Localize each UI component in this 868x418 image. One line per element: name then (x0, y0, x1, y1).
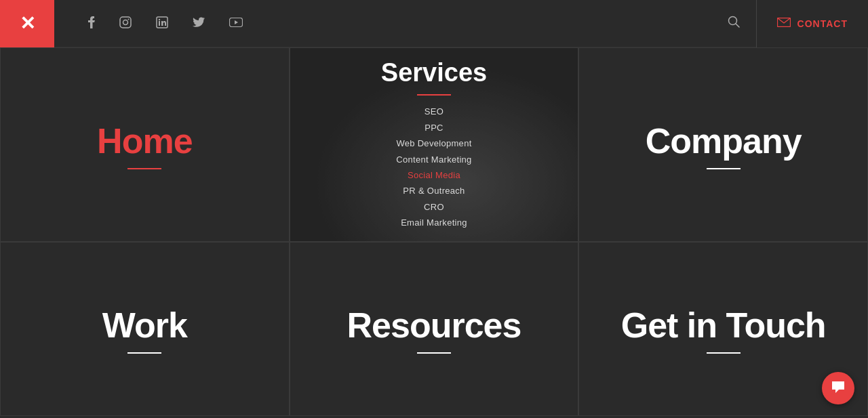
company-underline (707, 168, 741, 169)
resources-underline (417, 352, 451, 354)
topbar: ✕ (0, 0, 868, 47)
services-content: Services SEO PPC Web Development Content… (290, 47, 578, 242)
work-nav-item[interactable]: Work (0, 242, 290, 416)
search-button[interactable] (711, 16, 756, 31)
service-web-dev[interactable]: Web Development (396, 135, 471, 151)
service-email-marketing[interactable]: Email Marketing (396, 215, 471, 230)
linkedin-icon[interactable] (156, 16, 168, 31)
chat-icon (831, 380, 846, 397)
svg-rect-0 (120, 17, 131, 28)
svg-point-1 (123, 20, 128, 24)
instagram-icon[interactable] (119, 16, 132, 31)
twitter-icon[interactable] (193, 17, 205, 30)
svg-point-2 (128, 18, 130, 20)
svg-rect-4 (159, 21, 160, 26)
svg-line-8 (736, 24, 739, 27)
service-content-marketing[interactable]: Content Marketing (396, 152, 471, 167)
home-label: Home (97, 121, 192, 161)
resources-nav-item[interactable]: Resources (290, 242, 579, 416)
service-pr-outreach[interactable]: PR & Outreach (396, 183, 471, 198)
topbar-right: CONTACT (711, 0, 868, 47)
service-seo[interactable]: SEO (396, 104, 471, 119)
service-ppc[interactable]: PPC (396, 120, 471, 135)
home-nav-item[interactable]: Home (0, 47, 290, 242)
envelope-icon (777, 18, 791, 30)
work-label: Work (102, 305, 187, 346)
close-button[interactable]: ✕ (0, 0, 54, 47)
service-social-media[interactable]: Social Media (396, 167, 471, 183)
youtube-icon[interactable] (229, 18, 243, 30)
company-nav-item[interactable]: Company (578, 47, 868, 242)
social-links (54, 16, 711, 31)
contact-button[interactable]: CONTACT (756, 0, 868, 47)
chat-button[interactable] (822, 372, 854, 404)
company-label: Company (646, 121, 802, 161)
work-underline (127, 352, 161, 354)
get-in-touch-label: Get in Touch (621, 305, 826, 346)
resources-label: Resources (347, 305, 521, 346)
nav-grid: Home Services SEO PPC Web Development Co… (0, 47, 868, 416)
services-list: SEO PPC Web Development Content Marketin… (396, 104, 471, 230)
services-divider (417, 94, 451, 96)
close-icon: ✕ (20, 14, 35, 33)
services-nav-item[interactable]: Services SEO PPC Web Development Content… (290, 47, 579, 242)
contact-label: CONTACT (797, 18, 848, 29)
svg-point-5 (159, 18, 160, 20)
service-cro[interactable]: CRO (396, 199, 471, 215)
home-underline (127, 168, 161, 169)
facebook-icon[interactable] (88, 16, 95, 31)
get-in-touch-underline (707, 352, 741, 354)
services-label: Services (381, 58, 487, 87)
